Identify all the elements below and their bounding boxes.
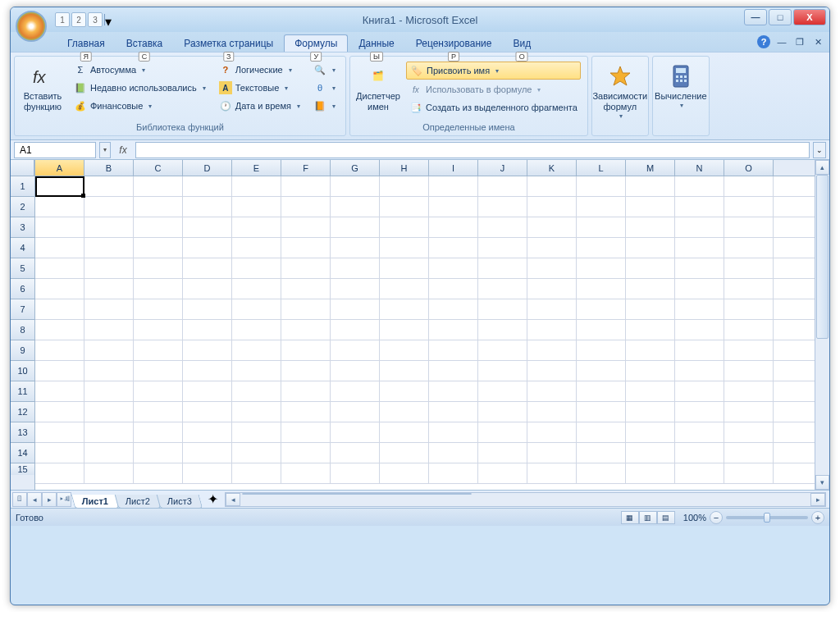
cell[interactable]: [478, 463, 527, 484]
cell[interactable]: [675, 197, 724, 217]
cell[interactable]: [577, 443, 626, 463]
cell[interactable]: [183, 443, 232, 463]
cell[interactable]: [134, 340, 183, 361]
cell[interactable]: [380, 361, 429, 381]
cell[interactable]: [429, 443, 478, 463]
tab-home[interactable]: ГлавнаяЯ: [57, 34, 116, 52]
sheet-tab-2[interactable]: Лист2: [115, 495, 162, 509]
cell[interactable]: [35, 463, 84, 484]
cell[interactable]: [380, 176, 429, 197]
row-header[interactable]: 7: [11, 299, 34, 320]
qat-dropdown[interactable]: ▾: [104, 14, 112, 25]
cell[interactable]: [380, 463, 429, 484]
column-header[interactable]: N: [675, 160, 724, 176]
cell[interactable]: [675, 402, 724, 422]
expand-formula-bar[interactable]: ⌄: [813, 142, 826, 158]
cell[interactable]: [84, 381, 134, 402]
cell[interactable]: [380, 258, 429, 279]
cell[interactable]: [134, 381, 183, 402]
cell[interactable]: [626, 402, 675, 422]
cell[interactable]: [35, 402, 84, 422]
cell[interactable]: [675, 279, 724, 299]
cell[interactable]: [232, 320, 281, 340]
cell[interactable]: [232, 238, 281, 258]
cell[interactable]: [774, 340, 815, 361]
cell[interactable]: [84, 258, 134, 279]
cell[interactable]: [380, 443, 429, 463]
cell[interactable]: [527, 463, 577, 484]
tab-insert[interactable]: ВставкаС: [116, 34, 174, 52]
cell[interactable]: [134, 217, 183, 238]
cell[interactable]: [331, 463, 380, 484]
cell[interactable]: [331, 176, 380, 197]
cell[interactable]: [577, 320, 626, 340]
cell[interactable]: [577, 197, 626, 217]
cell[interactable]: [331, 320, 380, 340]
recently-used-button[interactable]: 📗Недавно использовались: [71, 80, 209, 96]
close-button[interactable]: X: [793, 9, 826, 25]
cell[interactable]: [626, 340, 675, 361]
math-button[interactable]: θ: [310, 80, 339, 96]
cell[interactable]: [774, 422, 815, 443]
name-box[interactable]: A1: [14, 142, 96, 158]
zoom-level[interactable]: 100%: [683, 513, 706, 523]
cell[interactable]: [724, 422, 774, 443]
cell[interactable]: [84, 320, 134, 340]
column-header[interactable]: G: [331, 160, 380, 176]
row-header[interactable]: 14: [11, 443, 34, 463]
cell[interactable]: [429, 422, 478, 443]
cell[interactable]: [577, 258, 626, 279]
cell[interactable]: [478, 299, 527, 320]
cell[interactable]: [724, 299, 774, 320]
cell[interactable]: [774, 463, 815, 484]
cell[interactable]: [724, 217, 774, 238]
cell[interactable]: [675, 320, 724, 340]
cell[interactable]: [429, 340, 478, 361]
view-normal-button[interactable]: ▦: [621, 511, 639, 524]
cell[interactable]: [774, 217, 815, 238]
cell[interactable]: [84, 299, 134, 320]
column-header[interactable]: A: [35, 160, 84, 176]
cell[interactable]: [84, 217, 134, 238]
cell[interactable]: [527, 443, 577, 463]
maximize-button[interactable]: □: [769, 9, 792, 25]
datetime-button[interactable]: 🕐Дата и время: [216, 98, 304, 114]
cell[interactable]: [84, 463, 134, 484]
row-header[interactable]: 13: [11, 422, 34, 443]
cell[interactable]: [35, 176, 84, 197]
cell[interactable]: [380, 217, 429, 238]
cell[interactable]: [134, 361, 183, 381]
cell[interactable]: [281, 402, 331, 422]
column-header[interactable]: L: [577, 160, 626, 176]
use-in-formula-button[interactable]: fxИспользовать в формуле: [406, 81, 581, 98]
cell[interactable]: [429, 361, 478, 381]
zoom-slider[interactable]: [726, 516, 808, 519]
define-name-button[interactable]: 🏷️Присвоить имя: [406, 62, 581, 80]
cell[interactable]: [724, 381, 774, 402]
cell[interactable]: [527, 422, 577, 443]
cell[interactable]: [232, 299, 281, 320]
cell[interactable]: [331, 238, 380, 258]
cell[interactable]: [478, 197, 527, 217]
cell[interactable]: [724, 238, 774, 258]
cell[interactable]: [84, 176, 134, 197]
cell[interactable]: [675, 258, 724, 279]
cell[interactable]: [429, 217, 478, 238]
cell[interactable]: [626, 463, 675, 484]
cell[interactable]: [577, 299, 626, 320]
cell[interactable]: [724, 361, 774, 381]
column-header[interactable]: O: [724, 160, 774, 176]
cell[interactable]: [35, 217, 84, 238]
autosum-button[interactable]: ΣАвтосумма: [71, 62, 209, 78]
formula-bar[interactable]: [135, 142, 810, 158]
column-header[interactable]: K: [527, 160, 577, 176]
sheet-tab-1[interactable]: Лист1: [71, 495, 120, 509]
cell[interactable]: [380, 238, 429, 258]
cell[interactable]: [429, 463, 478, 484]
tab-formulas[interactable]: ФормулыУ: [284, 34, 348, 52]
cell[interactable]: [232, 402, 281, 422]
cell[interactable]: [774, 299, 815, 320]
cell[interactable]: [527, 340, 577, 361]
more-functions-button[interactable]: 📙: [310, 98, 339, 114]
cell[interactable]: [429, 402, 478, 422]
